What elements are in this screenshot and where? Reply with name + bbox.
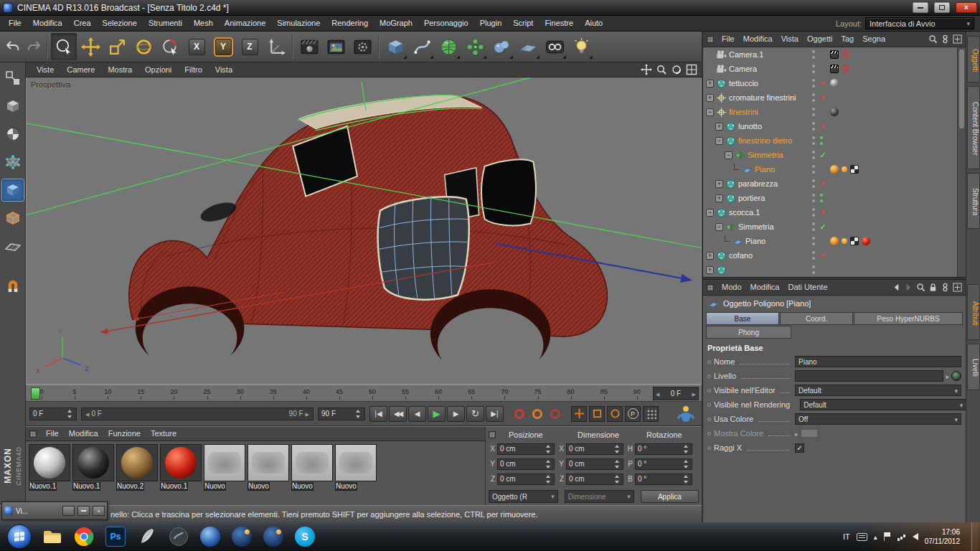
object-row-object[interactable]: + [703, 263, 966, 277]
explorer-icon[interactable] [39, 524, 65, 550]
panel-grid-icon[interactable] [29, 430, 37, 438]
object-row-cromature-finestrini[interactable]: +cromature finestrini× [703, 90, 966, 105]
layer-browser-icon[interactable] [951, 371, 961, 381]
menu-mograph[interactable]: MoGraph [374, 16, 418, 31]
menu-selezione[interactable]: Selezione [97, 16, 143, 31]
state-x-icon[interactable]: × [819, 251, 827, 260]
om-menu-segna[interactable]: Segna [858, 32, 890, 47]
record-position-button[interactable] [571, 406, 587, 422]
expand-plus-icon[interactable]: + [706, 80, 714, 88]
color-swatch[interactable] [801, 429, 818, 438]
object-row-piano[interactable]: Piano [703, 162, 966, 176]
dropdown-usa-colore[interactable]: Off [795, 413, 961, 425]
menu-script[interactable]: Script [507, 16, 539, 31]
object-row-simmetria[interactable]: −Simmetria✓ [703, 148, 966, 162]
side-tab-livelli[interactable]: Livelli [967, 344, 980, 390]
hidden-icons-icon[interactable] [874, 532, 877, 541]
dropdown-corner-icon[interactable] [509, 55, 513, 59]
link-icon[interactable] [941, 283, 950, 292]
clock[interactable]: 17:06 07/11/2012 [925, 527, 960, 547]
dropdown-corner-icon[interactable] [589, 55, 593, 59]
tab-coord[interactable]: Coord. [780, 312, 853, 325]
menu-file[interactable]: File [3, 16, 27, 31]
anim-dot-icon[interactable] [707, 360, 711, 364]
object-mode-dropdown[interactable]: Oggetto (R [489, 490, 558, 503]
expand-minus-icon[interactable]: − [706, 108, 714, 116]
object-row-piano[interactable]: Piano [703, 234, 966, 248]
side-tab-oggetti[interactable]: Oggetti [967, 36, 980, 83]
visibility-dots-icon[interactable] [811, 207, 816, 217]
rotate-button[interactable] [131, 33, 156, 60]
visibility-dots-icon[interactable] [811, 164, 816, 174]
visibility-dots-icon[interactable] [811, 78, 816, 88]
state-x-icon[interactable]: × [819, 179, 827, 188]
matdot-tag-icon[interactable] [842, 166, 847, 172]
menu-strumenti[interactable]: Strumenti [143, 16, 188, 31]
dropdown-corner-icon[interactable] [456, 55, 460, 59]
anim-dot-icon[interactable] [707, 446, 711, 450]
viewport-menu-filtro[interactable]: Filtro [178, 62, 208, 77]
object-row-portiera[interactable]: +portiera [703, 191, 966, 205]
forward-icon[interactable] [904, 283, 913, 292]
apply-button[interactable]: Applica [641, 490, 699, 503]
material-item[interactable]: Nuovo.1 [160, 444, 202, 491]
side-tab-attributi[interactable]: Attributi [967, 284, 980, 340]
live-selection-button[interactable] [51, 33, 77, 60]
object-row-scocca-1[interactable]: −scocca.1× [703, 205, 966, 220]
expand-plus-icon[interactable]: + [706, 94, 714, 102]
object-row-lunotto[interactable]: +lunotto× [703, 119, 966, 133]
state-greendots-icon[interactable] [819, 136, 824, 146]
render-picture-viewer-button[interactable] [323, 33, 349, 60]
coords-field[interactable]: 0 cm [497, 443, 555, 455]
record-parameter-button[interactable]: P [625, 406, 641, 422]
model-mode-button[interactable] [2, 95, 24, 117]
material-menu-file[interactable]: File [41, 427, 64, 441]
viewport-camera-label[interactable]: Prospettiva [31, 80, 70, 89]
tab-base[interactable]: Base [706, 312, 779, 325]
show-desktop-button[interactable] [971, 522, 978, 551]
photoshop-icon[interactable]: Ps [103, 524, 128, 550]
chrome-icon[interactable] [71, 524, 97, 550]
start-frame-field[interactable]: 0 F [29, 408, 77, 420]
expand-plus-icon[interactable]: + [706, 252, 714, 260]
viewport-menu-opzioni[interactable]: Opzioni [138, 62, 178, 77]
end-frame-field[interactable]: 90 F [318, 408, 365, 420]
preview-range-slider[interactable]: 0 F 90 F [81, 408, 314, 420]
stepper-icon[interactable] [683, 459, 689, 469]
go-start-button[interactable] [369, 406, 387, 422]
coords-field[interactable]: 0 cm [566, 474, 623, 485]
object-row-camera[interactable]: Camera [703, 62, 966, 76]
layout-dropdown[interactable]: Interfaccia di Avvio [865, 17, 974, 29]
add-metaball-button[interactable] [489, 33, 514, 60]
name-field[interactable]: Piano [795, 356, 961, 367]
menu-personaggio[interactable]: Personaggio [418, 16, 474, 31]
coords-field[interactable]: 0 cm [566, 458, 623, 470]
blue-orb-app-icon[interactable] [197, 524, 223, 550]
state-x-icon[interactable]: × [819, 208, 827, 217]
object-row-cofano[interactable]: +cofano× [703, 248, 966, 263]
add-sky-button[interactable] [542, 33, 567, 60]
add-cube-button[interactable] [382, 33, 408, 60]
state-x-icon[interactable]: × [819, 93, 827, 102]
om-menu-modifica[interactable]: Modifica [739, 32, 777, 47]
expand-plus-icon[interactable]: + [706, 266, 714, 274]
add-array-button[interactable] [462, 33, 488, 60]
add-spline-button[interactable] [409, 33, 435, 60]
make-editable-button[interactable] [2, 67, 24, 89]
side-tab-struttura[interactable]: Struttura [967, 173, 980, 229]
stepper-icon[interactable] [545, 459, 552, 469]
material-menu-modifica[interactable]: Modifica [64, 427, 103, 441]
frame-increment-icon[interactable] [690, 390, 698, 397]
stepper-icon[interactable] [614, 444, 621, 454]
coords-field[interactable]: 0 ° [635, 443, 692, 455]
volume-icon[interactable] [913, 533, 918, 540]
anim-dot-icon[interactable] [707, 389, 711, 392]
floating-mini-window[interactable]: Vi... × [1, 501, 108, 520]
menu-simulazione[interactable]: Simulazione [271, 16, 326, 31]
menu-finestre[interactable]: Finestre [539, 16, 579, 31]
state-check-icon[interactable]: ✓ [819, 222, 827, 232]
expand-minus-icon[interactable]: − [715, 137, 723, 145]
visibility-dots-icon[interactable] [811, 236, 816, 246]
zoom-button[interactable] [656, 64, 667, 75]
cinema4d-taskbar-icon-2[interactable] [260, 524, 286, 550]
